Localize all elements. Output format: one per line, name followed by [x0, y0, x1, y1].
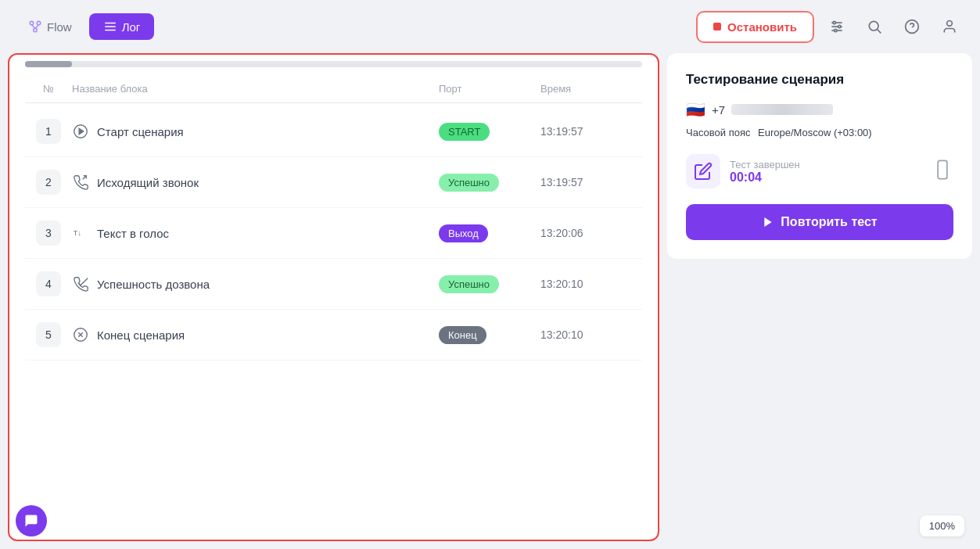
timezone-row: Часовой пояс Europe/Moscow (+03:00) — [686, 127, 953, 138]
end-scenario-icon — [72, 326, 89, 343]
badge-4: Успешно — [439, 275, 499, 293]
tab-log[interactable]: Лог — [89, 13, 155, 40]
log-panel: № Название блока Порт Время 1 Старт сцен… — [8, 53, 659, 541]
repeat-test-button[interactable]: Повторить тест — [686, 204, 953, 240]
table-header: № Название блока Порт Время — [25, 75, 642, 103]
num-badge-2: 2 — [36, 170, 61, 195]
row-num-5: 5 — [25, 322, 72, 347]
scenario-card: Тестирование сценария 🇷🇺 +7 Часовой пояс… — [667, 53, 972, 259]
result-icon — [686, 154, 720, 188]
table-row: 5 Конец сценария Конец 13:20:10 — [25, 310, 642, 361]
user-icon — [942, 19, 957, 34]
timezone-value: Europe/Moscow (+03:00) — [758, 127, 872, 138]
svg-rect-26 — [938, 160, 947, 178]
svg-point-14 — [869, 21, 878, 30]
badge-5: Конец — [439, 326, 486, 344]
result-duration: 00:04 — [730, 170, 800, 185]
row-time-5: 13:20:10 — [540, 328, 642, 341]
svg-line-3 — [32, 25, 36, 29]
settings-button[interactable] — [822, 12, 852, 41]
row-port-1: START — [439, 123, 540, 141]
badge-3: Выход — [439, 224, 488, 242]
flow-icon — [28, 20, 42, 34]
flag-icon: 🇷🇺 — [686, 100, 705, 119]
phone-prefix: +7 — [712, 103, 725, 117]
phone-device-icon-wrap — [932, 159, 953, 184]
timezone-label: Часовой пояс — [686, 127, 750, 138]
tab-log-label: Лог — [122, 20, 141, 34]
svg-point-2 — [34, 28, 38, 32]
svg-text:T↓: T↓ — [74, 229, 81, 237]
row-time-4: 13:20:10 — [540, 278, 642, 290]
search-icon — [867, 19, 882, 34]
topbar-right: Остановить — [696, 11, 964, 43]
chat-button[interactable] — [16, 505, 47, 536]
result-row: Тест завершен 00:04 — [686, 154, 953, 188]
num-badge-1: 1 — [36, 119, 61, 144]
col-port: Порт — [439, 83, 540, 95]
svg-marker-28 — [765, 217, 772, 227]
row-name-text-1: Старт сценария — [97, 125, 184, 138]
scrollbar[interactable] — [25, 61, 642, 67]
result-info: Тест завершен 00:04 — [730, 159, 800, 185]
row-name-text-2: Исходящий звонок — [97, 176, 199, 189]
badge-2: Успешно — [439, 174, 499, 192]
phone-row: 🇷🇺 +7 — [686, 100, 953, 119]
row-num-2: 2 — [25, 170, 72, 195]
col-name: Название блока — [72, 83, 439, 95]
log-icon — [103, 20, 117, 34]
outgoing-call-icon — [72, 174, 89, 191]
row-port-2: Успешно — [439, 174, 540, 192]
col-num: № — [25, 83, 72, 95]
stop-button[interactable]: Остановить — [696, 11, 814, 43]
badge-1: START — [439, 123, 490, 141]
num-badge-3: 3 — [36, 221, 61, 246]
search-button[interactable] — [860, 12, 889, 41]
svg-point-0 — [30, 21, 34, 25]
col-time: Время — [540, 83, 642, 95]
chat-icon — [23, 513, 39, 529]
tab-flow[interactable]: Flow — [16, 13, 84, 40]
main-content: № Название блока Порт Время 1 Старт сцен… — [0, 53, 980, 549]
table-row: 3 T↓ Текст в голос Выход 13:20:06 — [25, 208, 642, 259]
stop-dot-icon — [713, 23, 721, 30]
row-name-2: Исходящий звонок — [72, 174, 439, 191]
row-name-text-5: Конец сценария — [97, 328, 185, 342]
start-scenario-icon — [72, 123, 89, 140]
help-button[interactable] — [897, 12, 927, 41]
num-badge-4: 4 — [36, 271, 61, 296]
svg-point-13 — [835, 29, 837, 31]
row-name-5: Конец сценария — [72, 326, 439, 343]
row-num-3: 3 — [25, 221, 72, 246]
row-name-text-3: Текст в голос — [97, 227, 169, 240]
row-name-1: Старт сценария — [72, 123, 439, 140]
user-button[interactable] — [935, 12, 964, 41]
row-num-1: 1 — [25, 119, 72, 144]
row-port-3: Выход — [439, 224, 540, 242]
scroll-thumb — [25, 61, 72, 67]
zoom-level: 100% — [929, 520, 955, 532]
sliders-icon — [829, 19, 845, 34]
phone-device-icon — [932, 159, 953, 181]
row-num-4: 4 — [25, 271, 72, 296]
help-icon — [904, 19, 920, 34]
call-success-icon — [72, 275, 89, 292]
result-label: Тест завершен — [730, 159, 800, 170]
num-badge-5: 5 — [36, 322, 61, 347]
svg-line-4 — [35, 25, 39, 29]
tts-icon: T↓ — [72, 224, 89, 242]
zoom-badge: 100% — [920, 515, 964, 536]
svg-point-12 — [838, 25, 841, 27]
svg-marker-20 — [79, 128, 84, 134]
repeat-test-label: Повторить тест — [781, 215, 877, 229]
row-time-1: 13:19:57 — [540, 125, 642, 138]
right-panel: Тестирование сценария 🇷🇺 +7 Часовой пояс… — [667, 53, 972, 541]
play-icon — [762, 216, 774, 228]
row-port-4: Успешно — [439, 275, 540, 293]
row-time-2: 13:19:57 — [540, 176, 642, 188]
stop-label: Остановить — [727, 20, 797, 34]
row-name-3: T↓ Текст в голос — [72, 224, 439, 242]
table-row: 2 Исходящий звонок Успешно 13:19:57 — [25, 157, 642, 208]
svg-point-11 — [833, 21, 835, 23]
scenario-title: Тестирование сценария — [686, 72, 953, 88]
